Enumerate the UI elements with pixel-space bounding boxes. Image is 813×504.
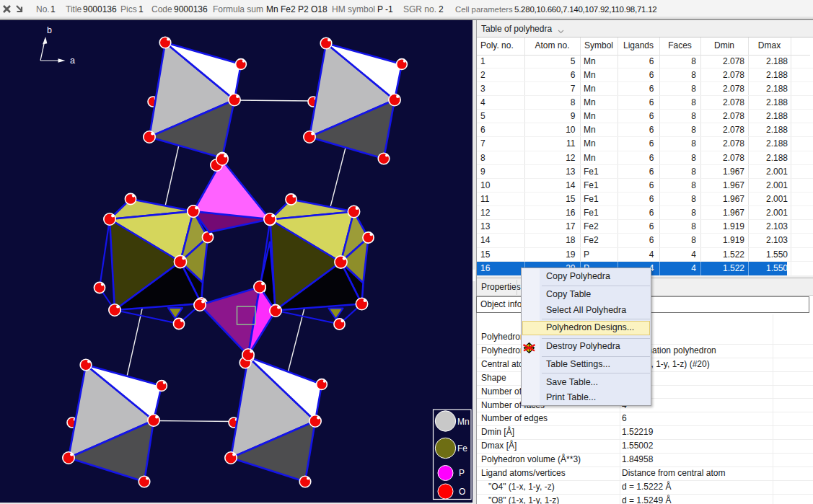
- svg-text:Fe: Fe: [457, 443, 467, 454]
- svg-text:b: b: [47, 25, 52, 35]
- svg-text:Mn: Mn: [457, 417, 470, 427]
- svg-text:a: a: [70, 56, 75, 66]
- svg-text:P: P: [459, 468, 465, 478]
- svg-text:O: O: [459, 487, 465, 497]
